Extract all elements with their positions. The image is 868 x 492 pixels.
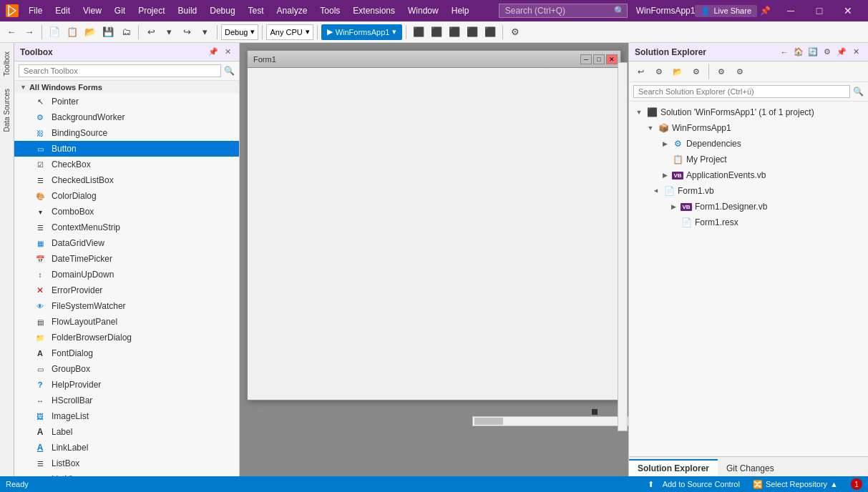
open-button[interactable]: 📂 <box>82 24 99 41</box>
toolbox-item-groupbox[interactable]: ▭ GroupBox <box>14 361 239 377</box>
toolbox-item-pointer[interactable]: ↖ Pointer <box>14 94 239 109</box>
tree-dependencies[interactable]: ▶ ⚙ Dependencies <box>629 136 868 152</box>
toolbox-pin-icon[interactable]: 📌 <box>208 46 219 58</box>
tree-project[interactable]: ▼ 📦 WinFormsApp1 <box>629 120 868 136</box>
sol-tb-btn5[interactable]: ⚙ <box>713 63 730 80</box>
toolbox-item-button[interactable]: ▭ Button <box>14 141 239 157</box>
designer-area[interactable]: Form1 ─ □ ✕ <box>240 43 628 476</box>
toolbox-item-listbox[interactable]: ☰ ListBox <box>14 456 239 471</box>
sol-settings-icon[interactable]: ⚙ <box>821 46 834 59</box>
sol-tb-btn4[interactable]: ⚙ <box>688 63 705 80</box>
toolbox-item-datagridview[interactable]: ▦ DataGridView <box>14 235 239 251</box>
form-minimize-btn[interactable]: ─ <box>580 54 592 64</box>
tree-solution-root[interactable]: ▼ ⬛ Solution 'WinFormsApp1' (1 of 1 proj… <box>629 104 868 120</box>
tree-form1[interactable]: ▼ 📄 Form1.vb <box>629 183 868 199</box>
form-horizontal-scrollbar[interactable] <box>472 416 628 426</box>
sol-refresh-icon[interactable]: 🔄 <box>806 46 819 59</box>
tree-form1-designer[interactable]: ▶ VB Form1.Designer.vb <box>629 199 868 215</box>
step2-button[interactable]: ⬛ <box>446 24 463 41</box>
menu-edit[interactable]: Edit <box>49 4 76 17</box>
toolbox-item-combobox[interactable]: ▾ ComboBox <box>14 204 239 220</box>
continue-button[interactable]: ⬛ <box>482 24 499 41</box>
undo-drop-button[interactable]: ▾ <box>160 24 177 41</box>
menu-analyze[interactable]: Analyze <box>271 4 313 17</box>
debug-config-dropdown[interactable]: Debug ▾ <box>221 24 258 40</box>
menu-build[interactable]: Build <box>172 4 203 17</box>
form-close-btn[interactable]: ✕ <box>606 54 618 64</box>
toolbox-item-label[interactable]: A Label <box>14 424 239 440</box>
add-item-button[interactable]: 📋 <box>64 24 81 41</box>
toolbox-item-contextmenustrip[interactable]: ☰ ContextMenuStrip <box>14 220 239 235</box>
menu-debug[interactable]: Debug <box>204 4 240 17</box>
tab-solution-explorer[interactable]: Solution Explorer <box>629 459 718 476</box>
toolbox-item-backgroundworker[interactable]: ⚙ BackgroundWorker <box>14 109 239 125</box>
add-source-control-text[interactable]: Add to Source Control <box>663 480 740 488</box>
step-button[interactable]: ⬛ <box>428 24 445 41</box>
save-all-button[interactable]: 🗂 <box>117 24 135 41</box>
sol-tb-btn2[interactable]: ⚙ <box>650 63 668 80</box>
tree-appevents[interactable]: ▶ VB ApplicationEvents.vb <box>629 167 868 183</box>
forward-button[interactable]: → <box>21 24 38 41</box>
notification-badge[interactable]: 1 <box>851 478 862 490</box>
close-button[interactable]: ✕ <box>834 0 862 21</box>
sol-pin-icon[interactable]: 📌 <box>835 46 848 59</box>
toolbox-search-input[interactable] <box>19 64 221 77</box>
toolbox-section-header[interactable]: ▼ All Windows Forms <box>14 81 239 94</box>
menu-test[interactable]: Test <box>243 4 270 17</box>
save-button[interactable]: 💾 <box>99 24 117 41</box>
back-button[interactable]: ← <box>3 24 20 41</box>
form-maximize-btn[interactable]: □ <box>593 54 605 64</box>
scrollbar-thumb-h[interactable] <box>474 418 503 425</box>
step3-button[interactable]: ⬛ <box>464 24 481 41</box>
toolbox-item-linklabel[interactable]: A LinkLabel <box>14 440 239 456</box>
sol-home-icon[interactable]: 🏠 <box>792 46 805 59</box>
toolbox-item-flowlayoutpanel[interactable]: ▤ FlowLayoutPanel <box>14 314 239 330</box>
toolbox-item-checkedlistbox[interactable]: ☰ CheckedListBox <box>14 172 239 188</box>
breakpoints-button[interactable]: ⬛ <box>410 24 427 41</box>
tree-myproject[interactable]: ▶ 📋 My Project <box>629 152 868 167</box>
redo-drop-button[interactable]: ▾ <box>196 24 213 41</box>
sol-close-icon[interactable]: ✕ <box>849 46 862 59</box>
toolbox-close-icon[interactable]: ✕ <box>222 46 233 58</box>
menu-view[interactable]: View <box>77 4 107 17</box>
platform-dropdown[interactable]: Any CPU ▾ <box>266 24 313 40</box>
solution-search-input[interactable] <box>633 85 850 98</box>
toolbox-item-errorprovider[interactable]: ✕ ErrorProvider <box>14 282 239 298</box>
sol-tb-btn1[interactable]: ↩ <box>632 63 649 80</box>
menu-file[interactable]: File <box>23 4 48 17</box>
menu-extensions[interactable]: Extensions <box>347 4 401 17</box>
menu-window[interactable]: Window <box>402 4 444 17</box>
new-project-button[interactable]: 📄 <box>46 24 63 41</box>
vertical-tab-toolbox[interactable]: Toolbox <box>1 46 12 82</box>
sol-tb-btn6[interactable]: ⚙ <box>731 63 748 80</box>
minimize-button[interactable]: ─ <box>776 0 805 21</box>
toolbox-item-bindingsource[interactable]: ⛓ BindingSource <box>14 125 239 141</box>
toolbox-item-folderbrowserdialog[interactable]: 📁 FolderBrowserDialog <box>14 330 239 345</box>
title-search-input[interactable] <box>499 4 628 18</box>
toolbox-item-filesystemwatcher[interactable]: 👁 FileSystemWatcher <box>14 298 239 314</box>
live-share-button[interactable]: 👤 Live Share <box>695 5 757 17</box>
toolbox-item-fontdialog[interactable]: A FontDialog <box>14 345 239 361</box>
redo-button[interactable]: ↪ <box>178 24 195 41</box>
vertical-tab-datasources[interactable]: Data Sources <box>1 83 12 138</box>
toolbox-item-helpprovider[interactable]: ? HelpProvider <box>14 377 239 393</box>
select-repository-button[interactable]: 🔀 Select Repository ▲ <box>748 478 842 491</box>
sol-tb-btn3[interactable]: 📂 <box>669 63 686 80</box>
undo-button[interactable]: ↩ <box>142 24 160 41</box>
toolbox-item-domainupdown[interactable]: ↕ DomainUpDown <box>14 267 239 282</box>
toolbox-item-datetimepicker[interactable]: 📅 DateTimePicker <box>14 251 239 267</box>
tab-git-changes[interactable]: Git Changes <box>718 459 783 476</box>
menu-git[interactable]: Git <box>109 4 131 17</box>
menu-tools[interactable]: Tools <box>314 4 346 17</box>
maximize-button[interactable]: □ <box>805 0 834 21</box>
menu-project[interactable]: Project <box>132 4 170 17</box>
toolbox-item-checkbox[interactable]: ☑ CheckBox <box>14 157 239 172</box>
toolbox-item-colordialog[interactable]: 🎨 ColorDialog <box>14 188 239 204</box>
tree-form1-resx[interactable]: ▶ 📄 Form1.resx <box>629 215 868 230</box>
toolbox-item-listview[interactable]: ▦ ListView <box>14 471 239 476</box>
menu-help[interactable]: Help <box>446 4 475 17</box>
toolbox-item-hscrollbar[interactable]: ↔ HScrollBar <box>14 393 239 408</box>
form-resize-handle[interactable] <box>592 409 598 415</box>
toolbox-item-imagelist[interactable]: 🖼 ImageList <box>14 408 239 424</box>
run-button[interactable]: ▶ WinFormsApp1 ▾ <box>321 24 403 40</box>
